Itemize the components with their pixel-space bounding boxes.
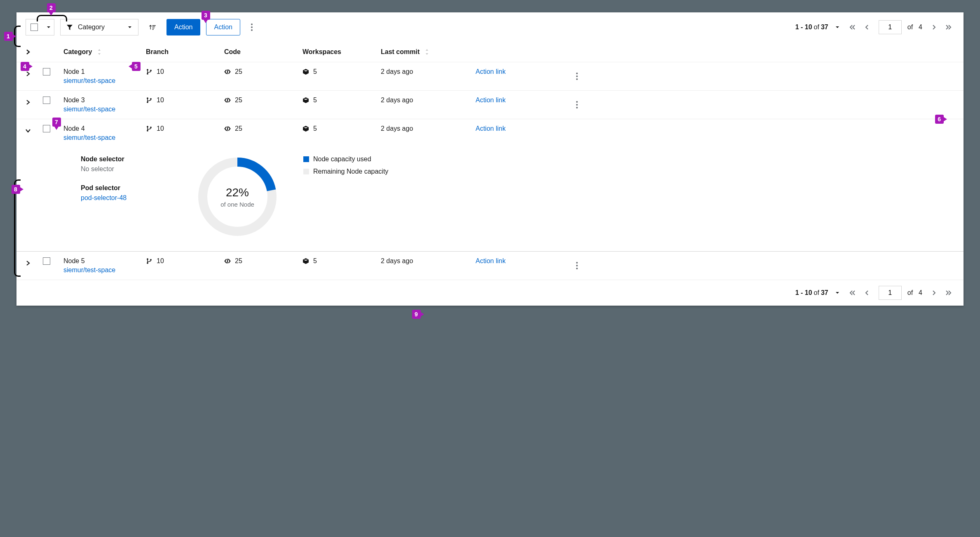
row-action-link[interactable]: Action link <box>476 125 506 132</box>
svg-point-4 <box>147 101 148 103</box>
caret-down-icon <box>834 24 841 31</box>
detail-node-selector-label: Node selector <box>81 155 171 163</box>
row-subspace-link[interactable]: siemur/test-space <box>63 134 146 141</box>
page-number-input[interactable] <box>879 20 902 34</box>
svg-point-7 <box>147 130 148 132</box>
secondary-action-button[interactable]: Action <box>206 19 240 35</box>
svg-point-11 <box>147 258 148 260</box>
page-prev-button[interactable] <box>861 287 873 299</box>
detail-node-selector-value: No selector <box>81 165 171 173</box>
caret-down-icon <box>834 290 841 296</box>
pagination-top: 1 - 10 of 37 of 4 <box>795 20 954 34</box>
annotation-bracket-detail <box>14 179 21 277</box>
col-header-category[interactable]: Category <box>63 48 146 56</box>
row-subspace-link[interactable]: siemur/test-space <box>63 106 146 113</box>
table-row: Node 1 siemur/test-space 10 25 5 2 days … <box>16 62 964 91</box>
angle-right-icon <box>25 49 31 55</box>
page-first-button[interactable] <box>846 21 858 33</box>
page-last-button[interactable] <box>943 287 954 299</box>
col-header-workspaces: Workspaces <box>302 48 381 56</box>
row-last-commit: 2 days ago <box>381 97 413 104</box>
code-icon <box>224 97 231 104</box>
toolbar-overflow-menu[interactable] <box>246 19 258 35</box>
angle-left-icon <box>864 290 870 296</box>
annotation-bracket-bulk-select <box>37 15 67 21</box>
code-icon <box>224 68 231 75</box>
bulk-select-dropdown[interactable] <box>42 19 54 35</box>
page-next-button[interactable] <box>928 21 940 33</box>
toolbar: Category Action Action 1 - 10 of 37 <box>16 12 964 42</box>
row-action-link[interactable]: Action link <box>476 257 506 265</box>
bulk-select[interactable] <box>26 19 54 35</box>
row-checkbox[interactable] <box>43 68 50 75</box>
svg-point-0 <box>147 69 148 71</box>
page-last-button[interactable] <box>943 21 954 33</box>
row-overflow-menu[interactable] <box>571 68 583 85</box>
bulk-select-checkbox[interactable] <box>30 24 38 31</box>
category-filter[interactable]: Category <box>60 19 138 35</box>
annotation-marker-2: 2 <box>47 3 56 12</box>
sort-arrows-icon <box>424 49 430 55</box>
main-panel: Category Action Action 1 - 10 of 37 <box>16 12 964 306</box>
annotation-marker-4: 4 <box>21 62 29 71</box>
table-row: Node 5 siemur/test-space 10 25 5 2 days … <box>16 252 964 280</box>
annotation-marker-7: 7 <box>52 118 61 127</box>
expand-all-toggle[interactable] <box>22 46 34 58</box>
pagination-range-dropdown[interactable]: 1 - 10 of 37 <box>795 289 841 297</box>
svg-point-3 <box>147 97 148 99</box>
page-next-button[interactable] <box>928 287 940 299</box>
page-prev-button[interactable] <box>861 21 873 33</box>
row-last-commit: 2 days ago <box>381 125 413 132</box>
row-expand-toggle[interactable] <box>22 97 34 108</box>
row-action-link[interactable]: Action link <box>476 97 506 104</box>
row-action-link[interactable]: Action link <box>476 68 506 75</box>
row-subspace-link[interactable]: siemur/test-space <box>63 77 146 85</box>
row-overflow-menu[interactable] <box>571 97 583 113</box>
svg-point-6 <box>147 126 148 127</box>
table-header: Category Branch Code Workspaces Last com… <box>16 42 964 62</box>
angle-double-right-icon <box>945 24 952 31</box>
angle-double-left-icon <box>849 290 856 296</box>
page-first-button[interactable] <box>846 287 858 299</box>
sort-arrows-icon <box>96 49 103 55</box>
annotation-marker-9: 9 <box>412 310 421 319</box>
annotation-marker-5: 5 <box>132 62 141 71</box>
annotation-marker-6: 6 <box>935 115 944 124</box>
branch-icon <box>146 97 152 104</box>
branch-icon <box>146 258 152 264</box>
col-header-last-commit[interactable]: Last commit <box>381 48 476 56</box>
caret-down-icon <box>127 24 133 31</box>
row-last-commit: 2 days ago <box>381 257 413 265</box>
detail-pod-selector-link[interactable]: pod-selector-48 <box>81 194 171 202</box>
detail-pod-selector-label: Pod selector <box>81 184 171 192</box>
page-number-input[interactable] <box>879 286 902 300</box>
pagination-range-dropdown[interactable]: 1 - 10 of 37 <box>795 24 841 31</box>
angle-left-icon <box>864 24 870 31</box>
capacity-donut-chart: 22% of one Node <box>196 155 279 238</box>
row-detail: Node selector No selector Pod selector p… <box>16 147 964 252</box>
code-icon <box>224 125 231 132</box>
annotation-marker-3: 3 <box>202 11 210 20</box>
angle-right-icon <box>931 24 937 31</box>
annotation-marker-8: 8 <box>12 185 20 194</box>
row-overflow-menu[interactable] <box>571 257 583 274</box>
row-checkbox[interactable] <box>43 97 50 104</box>
branch-icon <box>146 68 152 75</box>
row-subspace-link[interactable]: siemur/test-space <box>63 266 146 274</box>
col-header-code: Code <box>224 48 302 56</box>
row-collapse-toggle[interactable] <box>22 125 34 137</box>
svg-point-5 <box>150 98 152 100</box>
cube-icon <box>302 97 309 104</box>
row-expand-toggle[interactable] <box>22 257 34 269</box>
pagination-bottom: 1 - 10 of 37 of 4 <box>16 280 964 306</box>
angle-right-icon <box>25 260 31 266</box>
pagination-range: 1 - 10 <box>795 24 812 31</box>
row-checkbox[interactable] <box>43 257 50 265</box>
sort-button[interactable] <box>144 19 161 35</box>
svg-point-8 <box>150 127 152 128</box>
category-filter-label: Category <box>78 24 105 31</box>
row-checkbox[interactable] <box>43 125 50 132</box>
primary-action-button[interactable]: Action <box>166 19 200 35</box>
filter-icon <box>66 24 73 31</box>
annotation-marker-1: 1 <box>4 32 13 41</box>
